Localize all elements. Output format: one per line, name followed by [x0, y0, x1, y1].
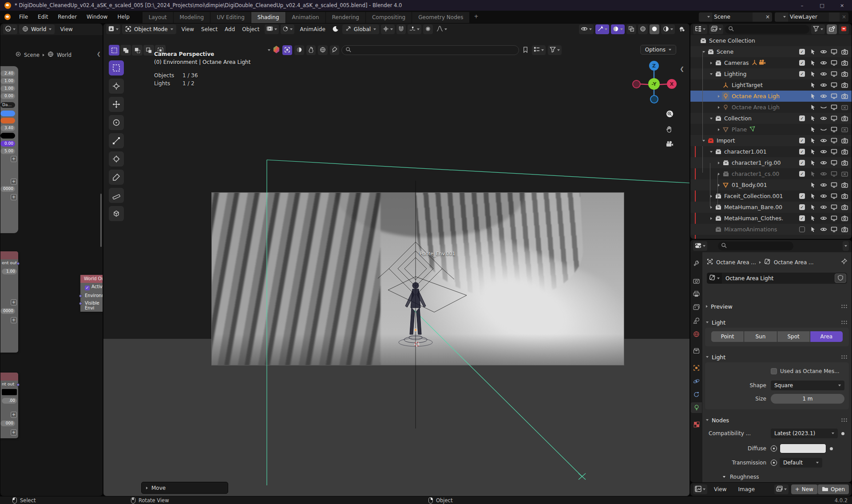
light-type-point[interactable]: Point	[711, 331, 744, 342]
expand-caret[interactable]	[716, 128, 722, 131]
camera-toggle[interactable]	[840, 182, 849, 188]
screen-toggle[interactable]	[830, 160, 838, 166]
display-mode-button[interactable]	[709, 24, 723, 34]
outliner-item-label[interactable]: Faceit_Collection.001	[724, 193, 783, 199]
copy-scene-icon[interactable]	[753, 12, 763, 22]
properties-options-button[interactable]	[843, 241, 849, 251]
properties-tab-texture[interactable]	[691, 419, 702, 430]
pointer-toggle[interactable]	[808, 171, 817, 177]
outliner-row[interactable]: Plane	[690, 124, 852, 135]
gizmo-z-axis[interactable]: Z	[649, 61, 659, 71]
menu-render[interactable]: Render	[53, 12, 82, 22]
camera-toggle[interactable]	[840, 82, 849, 88]
add-button[interactable]: +	[11, 317, 17, 323]
open-image-button[interactable]: Open	[818, 484, 849, 494]
eye-toggle[interactable]	[819, 183, 828, 187]
check-toggle[interactable]: ✓	[798, 49, 806, 55]
outliner-item-label[interactable]: MetaHuman_Bare.00	[724, 204, 782, 210]
move-tool[interactable]	[109, 97, 124, 112]
outliner-row[interactable]: MetaHuman_Clothes.✓	[690, 213, 852, 224]
brush-context-button[interactable]	[330, 45, 339, 55]
check-toggle[interactable]: ✓	[798, 160, 806, 166]
scene-name[interactable]: Scene	[712, 14, 742, 20]
pointer-toggle[interactable]	[808, 104, 817, 110]
eye-toggle[interactable]	[819, 160, 828, 165]
workspace-tab-rendering[interactable]: Rendering	[326, 12, 366, 23]
outliner-item-label[interactable]: character1.001	[724, 148, 767, 155]
check-toggle[interactable]: ✓	[798, 149, 806, 155]
add-button[interactable]: +	[11, 429, 17, 436]
properties-tab-data[interactable]	[691, 402, 702, 413]
blender-menu-icon[interactable]	[4, 14, 11, 20]
proportional-edit-button[interactable]	[423, 24, 433, 34]
expand-caret[interactable]	[701, 140, 707, 142]
viewport-menu-object[interactable]: Object	[238, 25, 263, 34]
pointer-toggle[interactable]	[808, 160, 817, 166]
menu-file[interactable]: File	[14, 12, 33, 22]
outliner-item-label[interactable]: Scene Collection	[709, 37, 755, 44]
node-value-field[interactable]: 000	[0, 421, 15, 426]
remove-viewlayer-icon[interactable]: ×	[840, 12, 848, 22]
fake-user-shield-icon[interactable]	[835, 274, 846, 283]
value-field[interactable]: 0000	[0, 186, 15, 192]
slot-list-dropdown[interactable]	[532, 45, 546, 55]
transmission-dropdown[interactable]: Default	[780, 458, 822, 468]
camera-toggle[interactable]	[840, 204, 849, 210]
outliner-row[interactable]: character1_cs.00✓	[690, 168, 852, 179]
outliner-item-label[interactable]: 01_Body.001	[732, 182, 767, 188]
workspace-tab-layout[interactable]: Layout	[143, 12, 174, 23]
expand-caret[interactable]	[716, 95, 722, 98]
eye-toggle[interactable]	[819, 116, 828, 121]
add-button[interactable]: +	[11, 194, 17, 200]
outliner-row[interactable]: character1.001✓	[690, 146, 852, 157]
node-color-swatch[interactable]	[2, 389, 17, 395]
properties-tab-output[interactable]	[691, 289, 702, 299]
expand-caret[interactable]	[716, 184, 722, 187]
screen-toggle[interactable]	[830, 104, 838, 110]
value-field[interactable]: 5.00	[0, 148, 15, 154]
image-image-menu[interactable]: Image	[733, 484, 760, 494]
screen-toggle[interactable]	[830, 215, 838, 221]
moon-icon[interactable]	[331, 24, 341, 34]
menu-edit[interactable]: Edit	[33, 12, 53, 22]
camera-view-icon[interactable]	[666, 141, 674, 148]
outliner-item-label[interactable]: Collection	[724, 115, 752, 122]
pointer-toggle[interactable]	[808, 149, 817, 155]
nodes-panel-header[interactable]: Nodes	[706, 416, 848, 425]
outliner-item-label[interactable]: Cameras	[724, 60, 749, 66]
compatibility-dropdown[interactable]: Latest (2023.1)	[771, 429, 838, 438]
screen-toggle[interactable]	[830, 193, 838, 199]
region-collapse-arrow[interactable]: ❮	[680, 66, 684, 72]
pointer-toggle[interactable]	[808, 182, 817, 188]
expand-caret[interactable]	[708, 151, 714, 153]
properties-tab-object[interactable]	[691, 362, 702, 373]
diffuse-color-swatch[interactable]	[780, 444, 826, 453]
world-context-button[interactable]	[318, 45, 328, 55]
annotate-tool[interactable]	[109, 170, 124, 185]
camera-toggle[interactable]	[840, 115, 849, 121]
viewport-search-field[interactable]	[341, 45, 519, 55]
shader-type-dropdown[interactable]: World	[19, 24, 55, 34]
pointer-toggle[interactable]	[808, 60, 817, 66]
screen-toggle[interactable]	[830, 49, 838, 55]
shader-node-environment-2[interactable]: nt out.00+000+	[0, 373, 18, 438]
breadcrumb-scene[interactable]: Scene	[24, 52, 40, 58]
expand-caret[interactable]	[708, 206, 714, 209]
add-workspace-button[interactable]: +	[470, 12, 482, 22]
datablock-name-field[interactable]: Octane Area Light	[707, 273, 847, 284]
eye-toggle[interactable]	[819, 71, 828, 76]
check-off-toggle[interactable]	[798, 226, 806, 232]
value-field[interactable]: 3.40	[0, 125, 15, 131]
screen-toggle[interactable]	[830, 115, 838, 121]
node-value-field[interactable]: .00	[2, 398, 17, 404]
light-type-area[interactable]: Area	[810, 331, 843, 342]
camera-x-toggle[interactable]	[840, 104, 849, 110]
add-button[interactable]: +	[11, 156, 17, 162]
camera-x-toggle[interactable]	[840, 127, 849, 132]
rotate-tool[interactable]	[109, 115, 124, 130]
camera-toggle[interactable]	[840, 226, 849, 232]
wireframe-shading-button[interactable]	[638, 24, 648, 34]
outliner-row[interactable]: 01_Body.001	[690, 179, 852, 190]
workspace-tab-geometry-nodes[interactable]: Geometry Nodes	[412, 12, 470, 23]
check-toggle[interactable]: ✓	[798, 215, 806, 221]
